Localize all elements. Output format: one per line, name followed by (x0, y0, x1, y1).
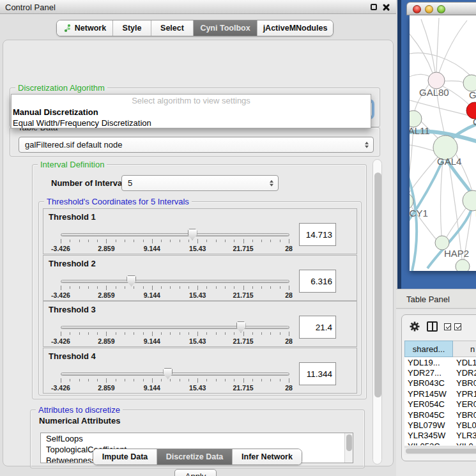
network-edge[interactable] (410, 157, 438, 196)
network-edge[interactable] (436, 18, 439, 72)
slider-track[interactable] (61, 280, 289, 283)
tick-mark (97, 379, 98, 381)
combo-stepper-icon (365, 141, 369, 148)
tick-mark (280, 286, 280, 289)
cell-shared-name: YER054C (404, 399, 453, 409)
tick-mark (143, 379, 144, 381)
tab-network[interactable]: Network (57, 20, 113, 36)
node-label: GAL11 (410, 125, 430, 136)
table-row[interactable]: YER054CYER0 (404, 399, 476, 410)
table-row[interactable]: YDR27...YDR2 (404, 367, 476, 378)
network-edge[interactable] (427, 207, 472, 268)
dropdown-option-equal-width-frequency-discretization[interactable]: Equal Width/Frequency Discretization (12, 118, 371, 128)
apply-button[interactable]: Apply (174, 469, 217, 476)
network-edge[interactable] (410, 28, 433, 73)
zoom-traffic-light-icon[interactable] (437, 5, 445, 13)
slider-thumb[interactable] (236, 321, 246, 333)
table-row[interactable]: YBL079WYBL0 (404, 420, 476, 430)
tick-mark (234, 240, 234, 242)
threshold-value-field[interactable]: 14.713 (299, 223, 336, 246)
tick-mark (97, 332, 98, 335)
table-panel-title: Table Panel (406, 295, 450, 304)
table-data-combobox[interactable]: galFiltered.sif default node (19, 137, 374, 153)
network-canvas[interactable]: GAL80GACGAL11GAL4GCY1HHAP2 (410, 15, 476, 271)
table-row[interactable]: YBR043CYBR0 (404, 378, 476, 388)
checkbox-icon[interactable] (444, 323, 451, 330)
tab-label: Cyni Toolbox (200, 24, 250, 33)
tab-select[interactable]: Select (151, 20, 194, 36)
tick-mark (97, 286, 98, 289)
network-node-h[interactable] (463, 190, 476, 211)
network-edge[interactable] (410, 144, 434, 151)
tick-mark (125, 286, 125, 289)
network-edge[interactable] (439, 20, 467, 73)
table-row[interactable]: YDL19...YDL1 (404, 357, 476, 367)
control-panel-titlebar: Control Panel (0, 0, 396, 14)
table-hscrollbar[interactable] (404, 447, 476, 455)
dropdown-option-manual-discretization[interactable]: Manual Discretization (12, 107, 371, 118)
scrollbar-thumb[interactable] (374, 173, 381, 397)
tick-mark (206, 379, 207, 381)
panel-scrollbar[interactable] (372, 159, 382, 464)
tab-infer-network[interactable]: Infer Network (233, 449, 302, 464)
table-row[interactable]: YLR345WYLR3 (404, 431, 476, 441)
threshold-value-field[interactable]: 11.344 (299, 362, 336, 385)
tick-mark (161, 332, 162, 335)
algorithm-group-title: Discretization Algorithm (15, 83, 107, 93)
close-traffic-light-icon[interactable] (413, 5, 421, 13)
table-row[interactable]: YPR145WYPR1 (404, 388, 476, 399)
attributes-list-scrollbar[interactable] (344, 433, 353, 463)
slider-thumb[interactable] (127, 275, 136, 287)
tick-mark (180, 240, 180, 242)
scrollbar-thumb[interactable] (346, 434, 352, 451)
minimize-traffic-light-icon[interactable] (425, 5, 433, 13)
network-edge[interactable] (444, 81, 464, 82)
columns-icon[interactable] (427, 321, 438, 332)
tick-mark (61, 378, 61, 383)
slider-track[interactable] (61, 326, 289, 329)
tick-mark (252, 332, 253, 335)
network-edge[interactable] (441, 160, 443, 236)
tick-mark (106, 286, 107, 290)
threshold-value-field[interactable]: 6.316 (299, 270, 336, 293)
node-label: GA (469, 89, 476, 100)
tab-discretize-data[interactable]: Discretize Data (157, 449, 233, 464)
network-edge[interactable] (449, 160, 462, 259)
tab-impute-data[interactable]: Impute Data (93, 449, 157, 464)
threshold-panel-2: Threshold 2-3.4262.8599.14415.4321.71528… (43, 255, 357, 301)
tick-label: 28 (285, 337, 293, 345)
table-row[interactable]: YBR045CYBR0 (404, 410, 476, 420)
column-header-shared-name[interactable]: shared... (404, 341, 453, 357)
tab-style[interactable]: Style (113, 20, 151, 36)
close-icon[interactable] (382, 3, 390, 12)
network-window-titlebar[interactable] (406, 2, 476, 15)
float-icon[interactable] (371, 4, 377, 10)
tab-jactivemnodules[interactable]: jActiveMNodules (257, 20, 333, 36)
slider-thumb[interactable] (163, 368, 173, 380)
attribute-item-selfloops[interactable]: SelfLoops (41, 433, 353, 444)
checkbox-icon[interactable] (454, 323, 461, 330)
cell-shared-name: YIL052C (404, 441, 453, 445)
tab-label: Style (123, 24, 142, 33)
tick-mark (216, 286, 217, 289)
network-edge[interactable] (410, 53, 470, 75)
network-edge[interactable] (421, 19, 435, 72)
dropdown-prompt: Select algorithm to view settings (12, 95, 371, 107)
num-intervals-combobox[interactable]: 5 (121, 175, 279, 191)
table-row[interactable]: YIL052CYIL0 (404, 441, 476, 445)
tick-label: 28 (285, 245, 293, 252)
tick-mark (125, 379, 125, 381)
slider-track[interactable] (61, 372, 289, 376)
tick-mark (243, 286, 244, 290)
slider-thumb[interactable] (188, 229, 197, 240)
slider-track[interactable] (61, 233, 289, 236)
tab-label: Discretize Data (166, 452, 224, 461)
tick-mark (280, 379, 280, 381)
tick-label: 21.715 (233, 291, 254, 299)
tab-cyni-toolbox[interactable]: Cyni Toolbox (194, 20, 257, 36)
threshold-value-field[interactable]: 21.4 (299, 316, 336, 339)
gear-icon[interactable] (409, 321, 420, 335)
column-header-name[interactable]: n (453, 341, 476, 357)
scrollbar-thumb[interactable] (406, 449, 476, 454)
network-node[interactable] (456, 259, 470, 271)
